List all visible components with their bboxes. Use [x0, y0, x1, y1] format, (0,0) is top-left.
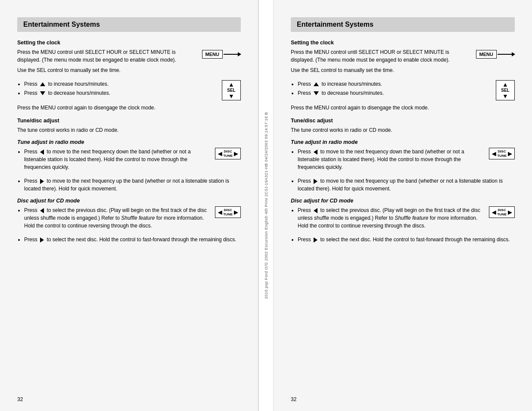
triangle-up-icon-left1	[40, 82, 45, 86]
right-tune-label1: TUNE	[497, 154, 507, 158]
left-disc-tune-button2: ◀ DISC TUNE ▶	[215, 206, 241, 218]
book-spine: 2015.psp Ford O/G 2002 Excursion English…	[258, 0, 274, 411]
right-disc-tune-left-arrow-icon1: ◀	[492, 151, 496, 157]
left-cd-list: Press to select the previous disc. (Play…	[24, 206, 211, 230]
right-radio-bullet2: Press to move to the next frequency up t…	[298, 177, 515, 193]
triangle-left-icon-right2	[314, 208, 317, 213]
disc-tune-labels2: DISC TUNE	[223, 208, 233, 216]
left-setting-clock-title: Setting the clock	[17, 40, 241, 46]
left-cd-bullet2: Press to select the next disc. Hold the …	[24, 236, 241, 243]
disc-tune-right-arrow-icon1: ▶	[234, 151, 238, 157]
right-clock-para3: Press the MENU control again to disengag…	[291, 104, 515, 112]
right-cd-section: Press to select the previous disc. (Play…	[291, 206, 515, 232]
right-disc-tune-labels2: DISC TUNE	[497, 208, 507, 216]
sel-label: SEL	[227, 88, 235, 93]
left-sel-section: Press to increase hours/minutes. Press t…	[17, 80, 241, 100]
right-disc-tune-labels1: DISC TUNE	[497, 149, 507, 158]
right-radio-bullet1: Press to move to the next frequency down…	[298, 148, 485, 171]
right-sel-down-arrow-icon: ▼	[502, 93, 508, 99]
left-radio-section: Press to move to the next frequency down…	[17, 148, 241, 174]
left-radio-bullet2: Press to move to the next frequency up t…	[24, 177, 241, 193]
left-clock-para2: Use the SEL control to manually set the …	[17, 66, 198, 74]
triangle-down-icon-left1	[40, 91, 45, 95]
right-page-number: 32	[291, 396, 296, 402]
triangle-right-icon-left2	[40, 237, 44, 243]
right-disc-tune-button1: ◀ DISC TUNE ▶	[489, 148, 515, 159]
right-clock-para2: Use the SEL control to manually set the …	[291, 66, 472, 74]
disc-tune-right-arrow-icon2: ▶	[234, 209, 238, 215]
sel-down-arrow-icon: ▼	[228, 93, 234, 99]
right-disc-tune-right-arrow-icon1: ▶	[508, 151, 512, 157]
right-menu-label: MENU	[479, 52, 493, 57]
left-menu-label: MENU	[205, 52, 219, 57]
right-sel-up-arrow-icon: ▲	[502, 81, 508, 87]
right-sel-section: Press to increase hours/minutes. Press t…	[291, 80, 515, 100]
triangle-right-icon-right2	[314, 237, 317, 243]
right-shuffle-feature-italic: Shuffle feature	[395, 215, 428, 221]
right-cd-list: Press to select the previous disc. (Play…	[298, 206, 485, 230]
triangle-left-icon-right1	[314, 149, 317, 155]
disc-tune-left-arrow-icon1: ◀	[218, 151, 222, 157]
right-clock-para1: Press the MENU control until SELECT HOUR…	[291, 48, 472, 64]
disc-tune-left-arrow-icon2: ◀	[218, 209, 222, 215]
left-disc-tune-btn-col2: ◀ DISC TUNE ▶	[215, 206, 241, 218]
left-sel-text: Press to increase hours/minutes. Press t…	[17, 80, 222, 100]
left-sel-bullet1: Press to increase hours/minutes.	[24, 80, 218, 88]
left-cd-mode-title: Disc adjust for CD mode	[17, 198, 241, 204]
left-radio-text: Press to move to the next frequency down…	[17, 148, 215, 174]
left-clock-para3: Press the MENU control again to disengag…	[17, 104, 241, 112]
left-radio-bullet2-list: Press to move to the next frequency up t…	[24, 177, 241, 193]
left-cd-text: Press to select the previous disc. (Play…	[17, 206, 215, 232]
right-disc-label2: DISC	[498, 208, 506, 212]
right-sel-control: ▲ SEL ▼	[496, 80, 515, 100]
left-clock-section: Press the MENU control until SELECT HOUR…	[17, 48, 241, 77]
left-menu-btn-container: MENU	[202, 50, 241, 59]
left-tune-disc-para1: The tune control works in radio or CD mo…	[17, 126, 241, 134]
left-page: Entertainment Systems Setting the clock …	[0, 0, 258, 411]
right-menu-btn-col: MENU	[476, 48, 515, 59]
right-sel-bullet2: Press to decrease hours/minutes.	[298, 89, 492, 97]
right-sel-bullet1: Press to increase hours/minutes.	[298, 80, 492, 88]
left-menu-btn-col: MENU	[202, 48, 241, 59]
right-clock-section: Press the MENU control until SELECT HOUR…	[291, 48, 515, 77]
right-menu-btn-container: MENU	[476, 50, 515, 59]
disc-label2: DISC	[224, 208, 232, 212]
triangle-down-icon-right1	[314, 91, 319, 95]
right-section-header: Entertainment Systems	[291, 17, 515, 32]
left-radio-mode-title: Tune adjust in radio mode	[17, 139, 241, 145]
right-cd-mode-title: Disc adjust for CD mode	[291, 198, 515, 204]
right-sel-control-col: ▲ SEL ▼	[496, 80, 515, 100]
left-sel-list: Press to increase hours/minutes. Press t…	[24, 80, 218, 97]
left-sel-bullet2: Press to decrease hours/minutes.	[24, 89, 218, 97]
left-cd-bullet2-list: Press to select the next disc. Hold the …	[24, 236, 241, 243]
right-sel-list: Press to increase hours/minutes. Press t…	[298, 80, 492, 97]
triangle-left-icon-left2	[40, 208, 44, 213]
left-section-header: Entertainment Systems	[17, 17, 241, 32]
disc-label1: DISC	[224, 149, 232, 154]
disc-tune-labels1: DISC TUNE	[223, 149, 233, 158]
right-cd-bullet1: Press to select the previous disc. (Play…	[298, 206, 485, 230]
left-page-number: 32	[17, 396, 23, 402]
sel-up-arrow-icon: ▲	[228, 81, 234, 87]
triangle-up-icon-right1	[314, 82, 319, 86]
right-cd-bullet2-list: Press to select the next disc. Hold the …	[298, 236, 515, 243]
left-disc-tune-button1: ◀ DISC TUNE ▶	[215, 148, 241, 159]
right-disc-label1: DISC	[498, 149, 506, 154]
tune-label1: TUNE	[223, 154, 233, 158]
left-menu-arrow	[224, 54, 241, 55]
left-shuffle-feature-italic: Shuffle feature	[121, 215, 155, 221]
right-radio-bullet2-list: Press to move to the next frequency up t…	[298, 177, 515, 193]
right-radio-mode-title: Tune adjust in radio mode	[291, 139, 515, 145]
right-disc-tune-btn-col1: ◀ DISC TUNE ▶	[489, 148, 515, 159]
left-clock-text: Press the MENU control until SELECT HOUR…	[17, 48, 202, 77]
left-menu-button: MENU	[202, 50, 223, 59]
right-disc-tune-left-arrow-icon2: ◀	[492, 209, 496, 215]
right-cd-text: Press to select the previous disc. (Play…	[291, 206, 489, 232]
right-tune-disc-title: Tune/disc adjust	[291, 118, 515, 124]
right-tune-disc-para1: The tune control works in radio or CD mo…	[291, 126, 515, 134]
triangle-left-icon-left1	[40, 149, 44, 155]
right-radio-text: Press to move to the next frequency down…	[291, 148, 489, 174]
left-sel-control: ▲ SEL ▼	[222, 80, 241, 100]
right-disc-tune-button2: ◀ DISC TUNE ▶	[489, 206, 515, 218]
right-sel-label: SEL	[501, 88, 509, 93]
